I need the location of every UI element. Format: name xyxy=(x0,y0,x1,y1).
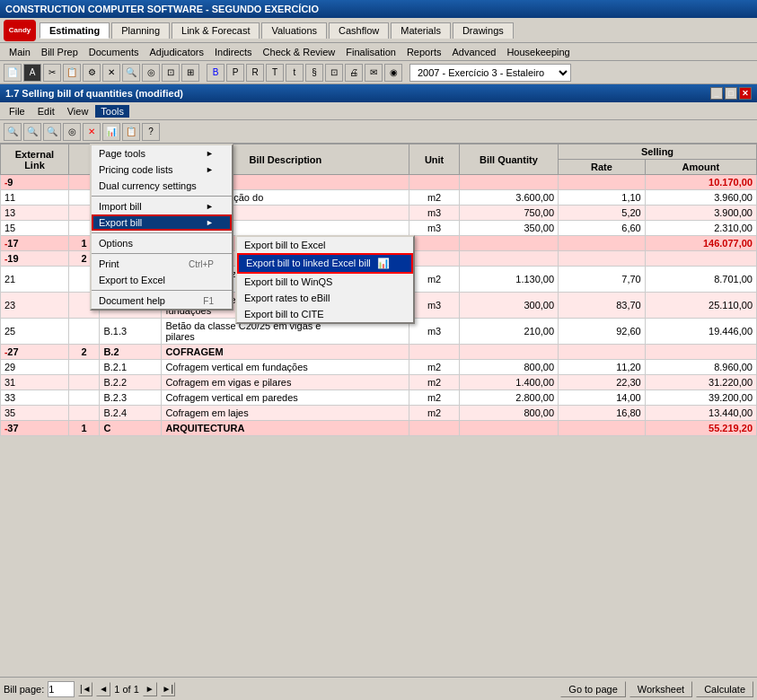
nav-first[interactable]: |◄ xyxy=(78,682,92,696)
table-row[interactable]: -17 1 B ESTRUTURA 146.077,00 xyxy=(1,236,757,251)
menu-indirects[interactable]: Indirects xyxy=(209,46,258,58)
toolbar-btn-3[interactable]: ✂ xyxy=(43,64,61,82)
cell-unit: m2 xyxy=(409,375,459,390)
toolbar-btn-20[interactable]: ◉ xyxy=(384,64,402,82)
toolbar-btn-12[interactable]: P xyxy=(226,64,244,82)
close-btn[interactable]: ✕ xyxy=(739,87,752,100)
go-to-page-btn[interactable]: Go to page xyxy=(560,681,625,697)
toolbar-btn-18[interactable]: 🖨 xyxy=(345,64,363,82)
table-row[interactable]: -37 1 C ARQUITECTURA 55.219,20 xyxy=(1,421,757,436)
tab-planning[interactable]: Planning xyxy=(111,22,170,39)
table-row[interactable]: 13 s de m3 750,00 5,20 3.900,00 xyxy=(1,206,757,221)
toolbar2-btn-5[interactable]: ✕ xyxy=(83,123,101,141)
bill-page-input[interactable] xyxy=(48,681,75,697)
cell-external: 35 xyxy=(1,406,69,421)
menu-main[interactable]: Main xyxy=(4,46,36,58)
cell-qty xyxy=(459,345,558,360)
table-row[interactable]: 11 em e regularização do m2 3.600,00 1,1… xyxy=(1,190,757,206)
cell-rate: 22,30 xyxy=(559,375,646,390)
cell-qty: 1.400,00 xyxy=(459,375,558,390)
toolbar-btn-15[interactable]: t xyxy=(286,64,304,82)
tab-cashflow[interactable]: Cashflow xyxy=(329,22,389,39)
table-row[interactable]: 21 B.1.1 Betão de limpeza com 0.10m dees… xyxy=(1,267,757,293)
menu-check-review[interactable]: Check & Review xyxy=(258,46,341,58)
toolbar2-btn-3[interactable]: 🔍 xyxy=(43,123,61,141)
toolbar-btn-19[interactable]: ✉ xyxy=(365,64,383,82)
menu-housekeeping[interactable]: Housekeeping xyxy=(501,46,575,58)
cell-qty: 800,00 xyxy=(459,406,558,421)
cell-rate xyxy=(559,236,646,251)
toolbar-btn-13[interactable]: R xyxy=(246,64,264,82)
cell-amount: 25.110,00 xyxy=(645,293,756,319)
tab-materials[interactable]: Materials xyxy=(391,22,451,39)
project-combo[interactable]: 2007 - Exercício 3 - Estaleiro xyxy=(409,64,571,82)
cell-rate xyxy=(559,175,646,190)
toolbar-btn-1[interactable]: 📄 xyxy=(4,64,22,82)
toolbar-btn-17[interactable]: ⊡ xyxy=(325,64,343,82)
cell-amount: 19.446,00 xyxy=(645,319,756,345)
calculate-btn[interactable]: Calculate xyxy=(696,681,753,697)
th-qty: Bill Quantity xyxy=(459,144,558,175)
toolbar2-btn-6[interactable]: 📊 xyxy=(102,123,120,141)
tab-valuations[interactable]: Valuations xyxy=(261,22,327,39)
menu-advanced[interactable]: Advanced xyxy=(446,46,501,58)
menu-documents[interactable]: Documents xyxy=(84,46,145,58)
tab-estimating[interactable]: Estimating xyxy=(40,22,110,39)
nav-last[interactable]: ►| xyxy=(161,682,175,696)
main-content: ExternalLink Bill Description Unit Bill … xyxy=(0,144,757,677)
menu-finalisation[interactable]: Finalisation xyxy=(340,46,401,58)
toolbar-btn-14[interactable]: T xyxy=(266,64,284,82)
restore-btn[interactable]: □ xyxy=(725,87,737,100)
cell-rate: 14,00 xyxy=(559,390,646,406)
toolbar-btn-7[interactable]: 🔍 xyxy=(122,64,140,82)
toolbar2-btn-2[interactable]: 🔍 xyxy=(23,123,41,141)
table-row[interactable]: 31 B.2.2 Cofragem em vigas e pilares m2 … xyxy=(1,375,757,390)
menu-bill-prep[interactable]: Bill Prep xyxy=(36,46,84,58)
toolbar-btn-5[interactable]: ⚙ xyxy=(83,64,101,82)
toolbar-btn-16[interactable]: § xyxy=(305,64,323,82)
table-container[interactable]: ExternalLink Bill Description Unit Bill … xyxy=(0,144,757,677)
toolbar-btn-9[interactable]: ⊡ xyxy=(162,64,180,82)
cell-n1 xyxy=(68,190,100,206)
toolbar2-btn-1[interactable]: 🔍 xyxy=(4,123,22,141)
toolbar-btn-8[interactable]: ◎ xyxy=(142,64,160,82)
table-row[interactable]: 35 B.2.4 Cofragem em lajes m2 800,00 16,… xyxy=(1,406,757,421)
cell-desc: Cofragem vertical em fundações xyxy=(162,360,409,375)
menu-adjudicators[interactable]: Adjudicators xyxy=(144,46,209,58)
toolbar-btn-11[interactable]: B xyxy=(207,64,224,82)
nav-prev[interactable]: ◄ xyxy=(96,682,110,696)
table-row[interactable]: 29 B.2.1 Cofragem vertical em fundações … xyxy=(1,360,757,375)
table-row[interactable]: -27 2 B.2 COFRAGEM xyxy=(1,345,757,360)
worksheet-btn[interactable]: Worksheet xyxy=(629,681,692,697)
menu-reports[interactable]: Reports xyxy=(401,46,447,58)
toolbar2-btn-4[interactable]: ◎ xyxy=(63,123,81,141)
sub-menu-file[interactable]: File xyxy=(4,105,31,118)
cell-qty: 1.130,00 xyxy=(459,267,558,293)
toolbar2-btn-7[interactable]: 📋 xyxy=(122,123,140,141)
minimize-btn[interactable]: _ xyxy=(710,87,723,100)
tab-drawings[interactable]: Drawings xyxy=(453,22,514,39)
sub-menu-edit[interactable]: Edit xyxy=(32,105,60,118)
toolbar-btn-6[interactable]: ✕ xyxy=(102,64,120,82)
th-selling: Selling xyxy=(559,144,757,160)
nav-next[interactable]: ► xyxy=(143,682,157,696)
table-row[interactable]: 33 B.2.3 Cofragem vertical em paredes m2… xyxy=(1,390,757,406)
cell-amount: 3.960,00 xyxy=(645,190,756,206)
table-row[interactable]: 25 B.1.3 Betão da classe C20/25 em vigas… xyxy=(1,319,757,345)
toolbar-btn-2[interactable]: A xyxy=(23,64,41,82)
sub-menu-view[interactable]: View xyxy=(62,105,94,118)
tab-link-forecast[interactable]: Link & Forecast xyxy=(172,22,260,39)
table-row[interactable]: 23 B.1.2 Betão da classe C20/25, emfunda… xyxy=(1,293,757,319)
toolbar2-btn-8[interactable]: ? xyxy=(142,123,160,141)
table-row[interactable]: -19 2 B.1 BETÃO xyxy=(1,251,757,267)
toolbar-btn-4[interactable]: 📋 xyxy=(63,64,81,82)
toolbar-btn-10[interactable]: ⊞ xyxy=(181,64,199,82)
cell-desc xyxy=(162,221,409,236)
table-row[interactable]: 15 m3 350,00 6,60 2.310,00 xyxy=(1,221,757,236)
sub-menu-tools[interactable]: Tools xyxy=(95,105,129,118)
table-row[interactable]: -9 O DE TERRAS 10.170,00 xyxy=(1,175,757,190)
window-title: 1.7 Selling bill of quantities (modified… xyxy=(5,88,183,99)
cell-rate: 11,20 xyxy=(559,360,646,375)
cell-n1 xyxy=(68,221,100,236)
cell-desc: s de xyxy=(162,206,409,221)
